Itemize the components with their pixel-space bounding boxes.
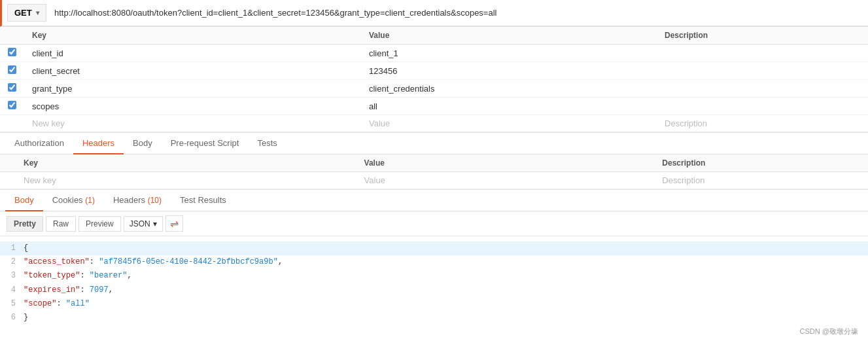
params-key[interactable]: scopes — [24, 98, 361, 115]
json-viewer: 1{2 "access_token": "af7845f6-05ec-410e-… — [0, 236, 868, 330]
url-bar: GET ▾ — [0, 0, 868, 27]
response-tab-test-results[interactable]: Test Results — [171, 190, 235, 211]
line-number: 2 — [0, 256, 24, 268]
line-number: 4 — [0, 284, 24, 297]
method-label: GET — [14, 8, 32, 18]
response-tab-headers[interactable]: Headers (10) — [104, 190, 171, 211]
json-line: 5 "scope": "all" — [0, 297, 868, 311]
params-col-check — [0, 27, 24, 45]
tab-pre-request-script[interactable]: Pre-request Script — [162, 133, 249, 154]
params-key[interactable]: client_id — [24, 45, 361, 62]
params-checkbox[interactable] — [8, 101, 16, 109]
headers-col-check — [0, 154, 16, 172]
json-line: 6} — [0, 311, 868, 325]
headers-new-row: New key Value Description — [0, 172, 868, 189]
line-content: "token_type": "bearer", — [24, 270, 868, 282]
params-row: client_secret 123456 — [0, 62, 868, 80]
tab-authorization[interactable]: Authorization — [5, 133, 73, 154]
params-desc[interactable] — [657, 98, 868, 115]
json-line: 1{ — [0, 242, 868, 255]
params-checkbox[interactable] — [8, 83, 16, 92]
headers-section: Key Value Description New key Value Desc… — [0, 154, 868, 190]
line-content: } — [24, 312, 868, 324]
watermark: CSDN @敬墩分壕 — [800, 327, 858, 330]
line-content: "expires_in": 7097, — [24, 284, 868, 297]
params-value[interactable]: client_credentials — [361, 80, 657, 98]
headers-new-desc[interactable]: Description — [654, 172, 868, 189]
pretty-button[interactable]: Pretty — [7, 216, 43, 232]
params-key[interactable]: client_secret — [24, 62, 361, 80]
response-tab-body[interactable]: Body — [5, 190, 43, 211]
raw-button[interactable]: Raw — [46, 216, 76, 232]
headers-col-key: Key — [16, 154, 356, 172]
headers-col-desc: Description — [654, 154, 868, 172]
json-line: 3 "token_type": "bearer", — [0, 269, 868, 283]
params-row: grant_type client_credentials — [0, 80, 868, 98]
params-value[interactable]: client_1 — [361, 45, 657, 62]
json-line: 4 "expires_in": 7097, — [0, 283, 868, 297]
params-desc[interactable] — [657, 62, 868, 80]
params-checkbox[interactable] — [8, 48, 16, 56]
tab-headers[interactable]: Headers — [73, 133, 124, 154]
line-number: 1 — [0, 242, 24, 255]
params-desc[interactable] — [657, 45, 868, 62]
params-col-value: Value — [361, 27, 657, 45]
format-arrow-icon: ▾ — [153, 219, 157, 228]
params-col-desc: Description — [657, 27, 868, 45]
headers-table: Key Value Description New key Value Desc… — [0, 154, 868, 189]
tab-body[interactable]: Body — [124, 133, 162, 154]
params-new-desc[interactable]: Description — [657, 115, 868, 132]
method-arrow-icon: ▾ — [36, 9, 39, 16]
format-dropdown[interactable]: JSON ▾ — [124, 216, 163, 232]
line-content: "scope": "all" — [24, 298, 868, 310]
params-new-row: New key Value Description — [0, 115, 868, 132]
line-content: "access_token": "af7845f6-05ec-410e-8442… — [24, 256, 868, 268]
params-key[interactable]: grant_type — [24, 80, 361, 98]
preview-button[interactable]: Preview — [78, 216, 121, 232]
params-desc[interactable] — [657, 80, 868, 98]
url-input[interactable] — [52, 5, 863, 20]
params-col-key: Key — [24, 27, 361, 45]
method-dropdown[interactable]: GET ▾ — [7, 4, 46, 22]
headers-new-key[interactable]: New key — [16, 172, 356, 189]
params-value[interactable]: all — [361, 98, 657, 115]
params-section: Key Value Description client_id client_1… — [0, 27, 868, 133]
response-toolbar: Pretty Raw Preview JSON ▾ ⇌ — [0, 211, 868, 236]
params-new-key[interactable]: New key — [24, 115, 361, 132]
line-number: 3 — [0, 270, 24, 282]
params-new-value[interactable]: Value — [361, 115, 657, 132]
format-label: JSON — [130, 219, 150, 228]
params-value[interactable]: 123456 — [361, 62, 657, 80]
response-tab-cookies[interactable]: Cookies (1) — [43, 190, 104, 211]
response-tab-bar: Body Cookies (1) Headers (10) Test Resul… — [0, 190, 868, 211]
tab-tests[interactable]: Tests — [248, 133, 286, 154]
params-row: client_id client_1 — [0, 45, 868, 62]
headers-col-value: Value — [356, 154, 655, 172]
wrap-icon[interactable]: ⇌ — [165, 215, 183, 232]
params-table: Key Value Description client_id client_1… — [0, 27, 868, 132]
line-content: { — [24, 242, 868, 255]
headers-new-value[interactable]: Value — [356, 172, 655, 189]
params-row: scopes all — [0, 98, 868, 115]
params-checkbox[interactable] — [8, 65, 16, 74]
line-number: 5 — [0, 298, 24, 310]
json-line: 2 "access_token": "af7845f6-05ec-410e-84… — [0, 255, 868, 269]
line-number: 6 — [0, 312, 24, 324]
request-tab-bar: Authorization Headers Body Pre-request S… — [0, 133, 868, 154]
